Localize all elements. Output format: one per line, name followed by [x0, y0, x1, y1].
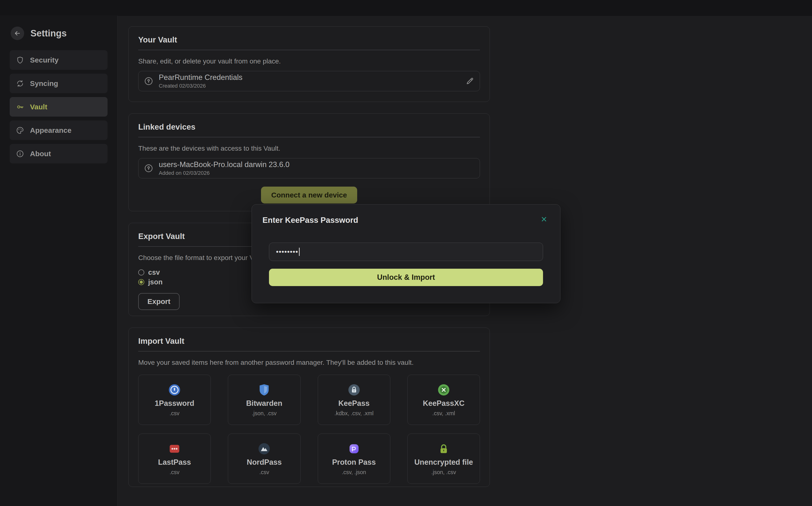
back-button[interactable] [11, 26, 24, 40]
import-tile-unencrypted[interactable]: Unencrypted file .json, .csv [407, 434, 480, 484]
connect-new-device-button[interactable]: Connect a new device [261, 187, 357, 203]
protonpass-icon [347, 442, 361, 455]
password-input[interactable]: •••••••• [269, 243, 543, 261]
linked-devices-description: These are the devices with access to thi… [138, 145, 480, 152]
linked-devices-card: Linked devices These are the devices wit… [128, 113, 490, 211]
provider-formats: .csv, .xml [432, 410, 455, 417]
sidebar-item-label: Security [30, 56, 59, 64]
keepassxc-icon [437, 383, 451, 397]
sidebar-item-syncing[interactable]: Syncing [10, 74, 108, 93]
back-arrow-icon [14, 30, 21, 37]
keepass-icon [347, 383, 361, 397]
import-tile-1password[interactable]: 1Password .csv [138, 375, 211, 425]
keepass-password-modal: Enter KeePass Password •••••••• Unlock &… [252, 204, 560, 303]
radio-json-label: json [148, 278, 163, 286]
key-icon [16, 103, 24, 111]
import-providers-grid: 1Password .csv Bitwarden .json, .csv Kee… [138, 375, 480, 484]
shield-icon [16, 56, 24, 64]
import-tile-bitwarden[interactable]: Bitwarden .json, .csv [228, 375, 300, 425]
your-vault-card: Your Vault Share, edit, or delete your v… [128, 26, 490, 102]
provider-formats: .json, .csv [431, 469, 456, 476]
window-titlebar [0, 0, 812, 16]
onepassword-icon [168, 383, 181, 397]
bitwarden-icon [257, 383, 271, 397]
settings-screen: Settings Security Syncing Vault [0, 0, 812, 506]
export-button[interactable]: Export [138, 293, 180, 310]
vault-row[interactable]: PearRuntime Credentials Created 02/03/20… [138, 71, 480, 91]
provider-formats: .csv [259, 469, 269, 476]
import-tile-keepass[interactable]: KeePass .kdbx, .csv, .xml [318, 375, 390, 425]
import-vault-title: Import Vault [138, 337, 480, 346]
provider-name: LastPass [158, 458, 191, 467]
device-added-date: Added on 02/03/2026 [159, 170, 289, 176]
settings-sidebar: Settings Security Syncing Vault [0, 15, 118, 506]
radio-csv-label: csv [148, 268, 160, 276]
sidebar-header: Settings [0, 26, 117, 40]
divider [138, 137, 480, 137]
sidebar-item-about[interactable]: About [10, 144, 108, 163]
edit-vault-button[interactable] [465, 77, 474, 86]
provider-name: NordPass [247, 458, 282, 467]
divider [138, 351, 480, 351]
sync-icon [16, 79, 24, 88]
lastpass-icon [168, 442, 181, 455]
sidebar-nav: Security Syncing Vault Appearance [0, 50, 117, 163]
provider-name: 1Password [155, 399, 194, 408]
keyhole-icon [144, 163, 153, 173]
import-tile-nordpass[interactable]: NordPass .csv [228, 434, 300, 484]
edit-pencil-icon [465, 77, 474, 86]
sidebar-item-label: Appearance [30, 126, 72, 135]
vault-created-date: Created 02/03/2026 [159, 83, 243, 89]
sidebar-item-label: Vault [30, 103, 47, 111]
sidebar-item-security[interactable]: Security [10, 50, 108, 70]
sidebar-item-vault[interactable]: Vault [10, 97, 108, 116]
linked-devices-title: Linked devices [138, 122, 480, 132]
password-masked-value: •••••••• [276, 248, 298, 255]
divider [138, 50, 480, 50]
close-icon [540, 216, 548, 223]
vault-name: PearRuntime Credentials [159, 73, 243, 82]
device-row-text: users-MacBook-Pro.local darwin 23.6.0 Ad… [159, 160, 289, 176]
text-cursor [299, 248, 300, 256]
provider-name: Proton Pass [332, 458, 376, 467]
page-title: Settings [30, 28, 67, 38]
modal-title: Enter KeePass Password [262, 216, 358, 225]
keyhole-icon [144, 76, 153, 86]
device-name: users-MacBook-Pro.local darwin 23.6.0 [159, 160, 289, 169]
your-vault-description: Share, edit, or delete your vault from o… [138, 58, 480, 65]
import-tile-protonpass[interactable]: Proton Pass .csv, .json [318, 434, 390, 484]
provider-name: KeePass [338, 399, 369, 408]
device-row: users-MacBook-Pro.local darwin 23.6.0 Ad… [138, 158, 480, 178]
unlock-import-button[interactable]: Unlock & Import [269, 269, 543, 286]
nordpass-icon [257, 442, 271, 455]
import-tile-keepassxc[interactable]: KeePassXC .csv, .xml [407, 375, 480, 425]
provider-formats: .csv [170, 410, 180, 417]
provider-formats: .csv [170, 469, 180, 476]
import-vault-description: Move your saved items here from another … [138, 359, 480, 366]
connect-button-wrap: Connect a new device [138, 187, 480, 203]
provider-formats: .json, .csv [252, 410, 276, 417]
sidebar-item-label: Syncing [30, 79, 58, 88]
unencrypted-file-icon [437, 442, 451, 455]
provider-name: Bitwarden [246, 399, 282, 408]
radio-csv[interactable] [138, 269, 144, 275]
provider-name: KeePassXC [423, 399, 465, 408]
info-icon [16, 150, 24, 158]
provider-formats: .csv, .json [342, 469, 366, 476]
close-button[interactable] [538, 214, 550, 225]
palette-icon [16, 126, 24, 135]
sidebar-item-appearance[interactable]: Appearance [10, 120, 108, 140]
sidebar-item-label: About [30, 150, 51, 158]
provider-name: Unencrypted file [414, 458, 473, 467]
provider-formats: .kdbx, .csv, .xml [334, 410, 374, 417]
import-vault-card: Import Vault Move your saved items here … [128, 328, 490, 487]
vault-row-text: PearRuntime Credentials Created 02/03/20… [159, 73, 243, 89]
your-vault-title: Your Vault [138, 35, 480, 45]
radio-json[interactable] [138, 279, 144, 285]
import-tile-lastpass[interactable]: LastPass .csv [138, 434, 211, 484]
